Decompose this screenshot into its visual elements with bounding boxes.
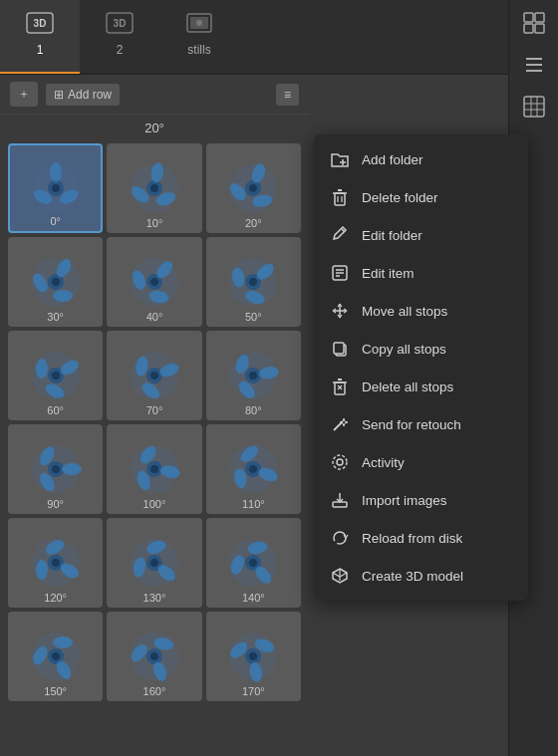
svg-point-66 [52,465,60,473]
fan-image-110° [226,442,281,497]
grid-cell-60°[interactable]: 60° [8,331,103,420]
angle-label: 160° [143,685,166,697]
menu-item-send-for-retouch[interactable]: Send for retouch [314,405,528,443]
menu-item-import-images[interactable]: Import images [314,481,528,519]
tab-1[interactable]: 3D 1 [0,0,80,74]
menu-item-add-folder[interactable]: Add folder [314,140,528,178]
menu-item-move-all-stops[interactable]: Move all stops [314,292,528,330]
grid-cell-120°[interactable]: 120° [8,518,103,608]
grid-cell-80°[interactable]: 80° [206,331,301,420]
toolbar: ＋ ⊞ Add row ≡ [0,75,309,115]
svg-point-12 [52,184,60,192]
tab-1-label: 1 [37,43,44,57]
fan-image-70° [127,349,181,403]
activity-icon [330,452,350,472]
fan-image-140° [226,536,281,591]
grid-cell-0°[interactable]: 0° [8,143,103,233]
angle-label: 150° [44,685,67,697]
menu-item-label-import-images: Import images [362,493,447,508]
fan-image-20° [226,161,281,216]
svg-rect-115 [524,13,533,22]
tab-stills[interactable]: stills [159,0,239,74]
add-row-icon: ⊞ [54,88,64,102]
grid-cell-160°[interactable]: 160° [107,612,201,701]
menu-item-label-create-3d-model: Create 3D model [362,569,463,584]
copy-icon [330,339,350,359]
tab-bar: 3D 1 3D 2 stills [0,0,558,75]
svg-rect-122 [524,97,544,117]
collapse-button[interactable]: ≡ [276,84,299,106]
plus-icon: ＋ [18,86,30,103]
svg-point-83 [36,560,48,580]
angle-label: 0° [50,215,61,227]
right-icon-1[interactable] [519,8,549,42]
angle-label: 20° [245,217,262,229]
fan-image-120° [28,536,83,591]
svg-point-146 [333,455,347,469]
grid-cell-90°[interactable]: 90° [8,424,103,514]
fan-image-60° [28,349,83,403]
fan-image-80° [226,349,281,403]
wand-icon [330,414,350,434]
pencil-icon [330,225,350,245]
menu-item-edit-folder[interactable]: Edit folder [314,216,528,254]
angle-label: 80° [245,404,262,416]
tab-1-icon: 3D [26,12,54,39]
svg-rect-118 [535,24,544,33]
menu-item-label-activity: Activity [362,455,405,470]
angle-label: 60° [47,404,64,416]
svg-point-147 [337,459,343,465]
menu-item-create-3d-model[interactable]: Create 3D model [314,557,528,595]
grid-cell-130°[interactable]: 130° [107,518,201,608]
grid-cell-150°[interactable]: 150° [8,612,103,701]
menu-item-label-delete-all-stops: Delete all stops [362,379,453,394]
trash-x-icon [330,377,350,396]
grid-cell-40°[interactable]: 40° [107,237,201,327]
menu-item-label-send-for-retouch: Send for retouch [362,417,461,432]
angle-label: 120° [44,592,67,604]
fan-image-150° [28,630,83,684]
image-grid: 0° 10° 20° 30° [0,139,309,705]
tab-stills-icon [185,12,213,39]
menu-item-label-edit-folder: Edit folder [362,228,422,243]
grid-cell-10°[interactable]: 10° [107,143,201,233]
menu-item-delete-all-stops[interactable]: Delete all stops [314,368,528,405]
tab-2[interactable]: 3D 2 [80,0,159,74]
folder-label: 20° [0,115,309,139]
grid-cell-30°[interactable]: 30° [8,237,103,327]
menu-item-label-delete-folder: Delete folder [362,190,438,205]
menu-item-reload-from-disk[interactable]: Reload from disk [314,519,528,557]
context-menu: Add folderDelete folderEdit folderEdit i… [314,134,528,601]
fan-image-160° [127,630,181,684]
grid-cell-170°[interactable]: 170° [206,612,301,701]
angle-label: 40° [146,311,163,323]
right-icon-2[interactable] [519,52,549,82]
add-row-button[interactable]: ⊞ Add row [46,84,120,106]
grid-cell-110°[interactable]: 110° [206,424,301,514]
add-button[interactable]: ＋ [10,82,38,107]
fan-image-0° [28,161,83,216]
menu-item-delete-folder[interactable]: Delete folder [314,178,528,216]
svg-point-46 [36,359,48,378]
menu-item-label-edit-item: Edit item [362,266,415,281]
folder-plus-icon [330,149,350,169]
menu-item-label-add-folder: Add folder [362,152,423,167]
grid-cell-140°[interactable]: 140° [206,518,301,608]
scroll-area[interactable]: 0° 10° 20° 30° [0,139,309,756]
import-icon [330,490,350,510]
grid-cell-100°[interactable]: 100° [107,424,201,514]
grid-cell-50°[interactable]: 50° [206,237,301,327]
grid-cell-20°[interactable]: 20° [206,143,301,233]
svg-rect-139 [334,343,344,354]
menu-item-label-reload-from-disk: Reload from disk [362,531,462,546]
tab-stills-label: stills [187,43,210,57]
angle-label: 170° [242,685,265,697]
menu-item-edit-item[interactable]: Edit item [314,254,528,292]
menu-item-activity[interactable]: Activity [314,443,528,481]
svg-rect-140 [335,382,345,394]
right-icon-3[interactable] [519,92,549,126]
fan-image-90° [28,442,83,497]
menu-item-copy-all-stops[interactable]: Copy all stops [314,330,528,368]
grid-cell-70°[interactable]: 70° [107,331,201,420]
reload-icon [330,528,350,548]
